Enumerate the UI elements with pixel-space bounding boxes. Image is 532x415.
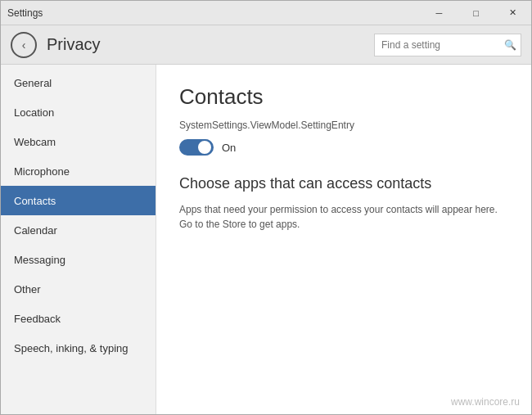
- back-icon: ‹: [22, 38, 26, 52]
- titlebar-title: Settings: [7, 7, 43, 19]
- close-button[interactable]: ✕: [494, 1, 531, 25]
- sidebar: General Location Webcam Microphone Conta…: [1, 65, 156, 415]
- search-box: 🔍: [374, 34, 521, 56]
- sidebar-item-feedback[interactable]: Feedback: [1, 304, 156, 333]
- sidebar-item-calendar[interactable]: Calendar: [1, 215, 156, 245]
- watermark: www.wincore.ru: [451, 396, 520, 408]
- sidebar-item-contacts[interactable]: Contacts: [1, 186, 156, 215]
- content-area: Contacts SystemSettings.ViewModel.Settin…: [156, 65, 531, 415]
- search-icon: 🔍: [504, 39, 516, 51]
- toggle-knob: [198, 141, 211, 154]
- minimize-button[interactable]: ─: [421, 1, 458, 25]
- sidebar-item-general[interactable]: General: [1, 68, 156, 97]
- sidebar-item-other[interactable]: Other: [1, 274, 156, 304]
- toggle-row: On: [179, 139, 508, 156]
- sidebar-item-messaging[interactable]: Messaging: [1, 245, 156, 274]
- main-layout: General Location Webcam Microphone Conta…: [1, 65, 531, 415]
- section-description: Apps that need your permission to access…: [179, 202, 508, 232]
- titlebar-controls: ─ □ ✕: [421, 1, 531, 25]
- toggle-label: On: [222, 142, 236, 154]
- section-title: Choose apps that can access contacts: [179, 175, 508, 192]
- sidebar-item-location[interactable]: Location: [1, 97, 156, 127]
- content-title: Contacts: [179, 84, 508, 110]
- sidebar-item-webcam[interactable]: Webcam: [1, 127, 156, 156]
- header: ‹ Privacy 🔍: [1, 25, 531, 65]
- sidebar-item-microphone[interactable]: Microphone: [1, 156, 156, 186]
- search-input[interactable]: [381, 39, 504, 51]
- page-title: Privacy: [47, 35, 374, 54]
- back-button[interactable]: ‹: [11, 32, 37, 58]
- maximize-button[interactable]: □: [458, 1, 494, 25]
- setting-entry-label: SystemSettings.ViewModel.SettingEntry: [179, 120, 508, 131]
- titlebar: Settings ─ □ ✕: [1, 1, 531, 25]
- contacts-toggle[interactable]: [179, 139, 214, 156]
- sidebar-item-speech[interactable]: Speech, inking, & typing: [1, 333, 156, 363]
